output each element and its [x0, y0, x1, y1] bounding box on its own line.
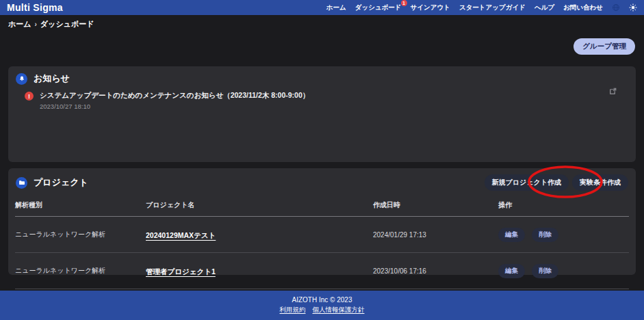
analysis-type-cell: ニューラルネットワーク解析: [15, 217, 146, 253]
open-in-new-icon[interactable]: [608, 86, 617, 95]
delete-button[interactable]: 削除: [532, 228, 558, 242]
announcement-date: 2023/10/27 18:10: [40, 103, 309, 110]
projects-table: 解析種別 プロジェクト名 作成日時 操作 ニューラルネットワーク解析 20240…: [15, 197, 629, 289]
nav-item-startup-guide[interactable]: スタートアップガイド: [459, 3, 526, 12]
footer-links: 利用規約 個人情報保護方針: [280, 306, 365, 315]
created-at-cell: 2023/10/06 17:16: [373, 253, 498, 289]
privacy-policy-link[interactable]: 個人情報保護方針: [313, 306, 365, 315]
column-header-project-name: プロジェクト名: [146, 197, 373, 217]
announcements-title: お知らせ: [34, 72, 70, 85]
announcement-item: ! システムアップデートのためのメンテナンスのお知らせ（2023/11/2木 8…: [8, 91, 636, 110]
projects-header: プロジェクト 新規プロジェクト作成 実験条件作成: [8, 168, 636, 196]
nav-item-help[interactable]: ヘルプ: [534, 3, 554, 12]
column-header-created-at: 作成日時: [373, 197, 498, 217]
created-at-cell: 2024/01/29 17:13: [373, 217, 498, 253]
folder-icon: [16, 177, 27, 189]
analysis-type-cell: ニューラルネットワーク解析: [15, 253, 146, 289]
breadcrumb: ホーム › ダッシュボード: [8, 19, 94, 29]
project-row: ニューラルネットワーク解析 20240129MAXテスト 2024/01/29 …: [15, 217, 629, 253]
brand-logo: Multi Sigma: [7, 2, 63, 13]
projects-title: プロジェクト: [34, 176, 88, 189]
create-experiment-button[interactable]: 実験条件作成: [572, 174, 628, 191]
breadcrumb-home[interactable]: ホーム: [8, 19, 31, 29]
alert-icon: !: [25, 92, 34, 101]
nav-item-dashboard-label: ダッシュボード: [355, 3, 402, 11]
project-row: ニューラルネットワーク解析 管理者プロジェクト1 2023/10/06 17:1…: [15, 253, 629, 289]
edit-button[interactable]: 編集: [498, 228, 525, 242]
project-name-link[interactable]: 管理者プロジェクト1: [146, 267, 216, 276]
theme-sun-icon[interactable]: [629, 3, 637, 12]
nav-item-signout[interactable]: サインアウト: [411, 3, 450, 12]
announcements-header: お知らせ: [8, 66, 636, 90]
table-header-row: 解析種別 プロジェクト名 作成日時 操作: [15, 197, 629, 217]
announcement-title: システムアップデートのためのメンテナンスのお知らせ（2023/11/2木 8:0…: [40, 91, 309, 101]
bell-icon: [16, 73, 27, 85]
delete-button[interactable]: 削除: [532, 264, 558, 278]
project-name-link[interactable]: 20240129MAXテスト: [146, 231, 216, 239]
language-globe-icon[interactable]: [612, 3, 620, 12]
nav-item-dashboard[interactable]: ダッシュボード 1: [355, 3, 402, 12]
nav-item-home[interactable]: ホーム: [326, 3, 346, 12]
breadcrumb-separator: ›: [35, 21, 37, 28]
notification-badge: 1: [401, 0, 407, 6]
projects-actions: 新規プロジェクト作成 実験条件作成: [485, 174, 628, 191]
projects-panel: プロジェクト 新規プロジェクト作成 実験条件作成 解析種別 プロジェクト名 作成…: [8, 168, 636, 275]
group-management-button[interactable]: グループ管理: [574, 38, 635, 55]
top-navigation: ホーム ダッシュボード 1 サインアウト スタートアップガイド ヘルプ お問い合…: [326, 3, 637, 12]
breadcrumb-current: ダッシュボード: [40, 19, 94, 29]
announcement-body: システムアップデートのためのメンテナンスのお知らせ（2023/11/2木 8:0…: [40, 91, 309, 110]
column-header-analysis-type: 解析種別: [15, 197, 146, 217]
footer: AIZOTH Inc © 2023 利用規約 個人情報保護方針: [0, 291, 644, 320]
nav-item-contact[interactable]: お問い合わせ: [563, 3, 603, 12]
top-bar: Multi Sigma ホーム ダッシュボード 1 サインアウト スタートアップ…: [0, 0, 644, 15]
announcements-panel: お知らせ ! システムアップデートのためのメンテナンスのお知らせ（2023/11…: [8, 66, 636, 162]
new-project-button[interactable]: 新規プロジェクト作成: [485, 174, 569, 191]
terms-of-use-link[interactable]: 利用規約: [280, 306, 306, 315]
footer-copyright: AIZOTH Inc © 2023: [292, 296, 352, 304]
edit-button[interactable]: 編集: [498, 264, 525, 278]
column-header-operations: 操作: [498, 197, 629, 217]
